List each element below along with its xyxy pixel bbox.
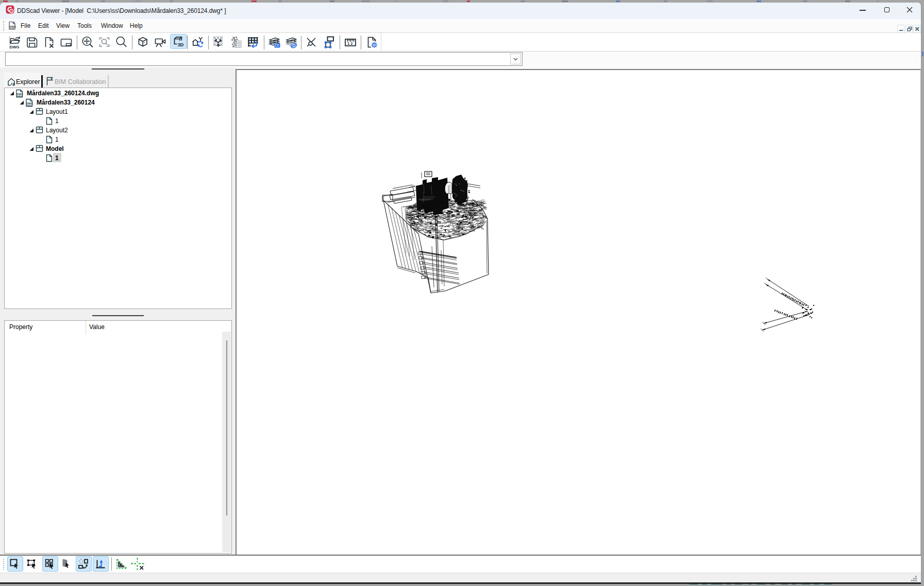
svg-text:DWG: DWG — [16, 93, 23, 96]
svg-text:DWG: DWG — [26, 102, 33, 105]
svg-text:3D: 3D — [177, 42, 183, 47]
svg-text:1 2: 1 2 — [347, 41, 352, 45]
svg-text:DWG: DWG — [10, 44, 19, 49]
svg-text:DWG: DWG — [9, 25, 16, 28]
